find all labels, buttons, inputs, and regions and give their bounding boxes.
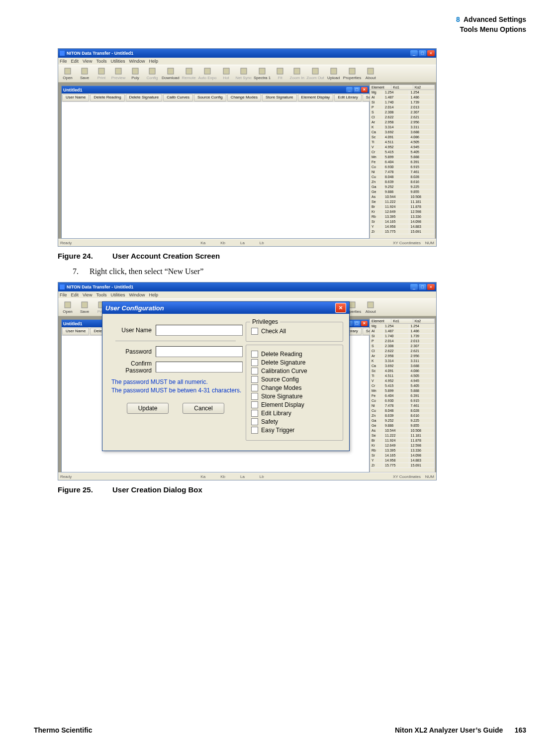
- element-row[interactable]: Ti4.5114.505: [370, 140, 435, 145]
- col-user-name[interactable]: User Name: [62, 328, 89, 335]
- app-titlebar[interactable]: NITON Data Transfer - Untitled1 _□×: [58, 49, 436, 58]
- menu-window[interactable]: Window: [129, 59, 145, 64]
- element-row[interactable]: Rb13.39513.336: [370, 214, 435, 219]
- element-row[interactable]: Ge9.8869.855: [370, 189, 435, 194]
- column-bar[interactable]: User NameDelete ReadingDelete SignatureC…: [62, 94, 369, 102]
- menu-help[interactable]: Help: [149, 292, 158, 297]
- doc-close[interactable]: ×: [361, 87, 368, 93]
- col-source-config[interactable]: Source Config: [194, 94, 226, 101]
- side-hdr[interactable]: Element: [370, 85, 391, 90]
- element-row[interactable]: Ni7.4787.461: [370, 170, 435, 175]
- priv-safety[interactable]: Safety: [251, 418, 338, 425]
- menu-utilities[interactable]: Utilities: [110, 292, 125, 297]
- element-row[interactable]: Y14.95814.883: [370, 458, 435, 463]
- element-row[interactable]: Ga9.2529.225: [370, 418, 435, 423]
- element-row[interactable]: Co6.9306.915: [370, 398, 435, 403]
- priv-easy-trigger[interactable]: Easy Trigger: [251, 427, 338, 434]
- menu-bar[interactable]: FileEditViewToolsUtilitiesWindowHelp: [58, 291, 436, 298]
- priv-element-display[interactable]: Element Display: [251, 401, 338, 408]
- toolbar[interactable]: OpenSavePrintPreviewPolyConfigDownloadRe…: [58, 65, 436, 83]
- element-row[interactable]: P2.0142.013: [370, 339, 435, 344]
- element-row[interactable]: Ca3.6923.688: [370, 364, 435, 369]
- password-input[interactable]: [156, 346, 243, 357]
- side-hdr[interactable]: Kα1: [391, 319, 413, 323]
- menu-edit[interactable]: Edit: [71, 59, 79, 64]
- priv-edit-library[interactable]: Edit Library: [251, 410, 338, 417]
- maximize-button[interactable]: □: [419, 284, 426, 290]
- element-row[interactable]: Cu8.0488.028: [370, 408, 435, 413]
- tb-spectra-1[interactable]: Spectra 1: [254, 67, 271, 80]
- element-row[interactable]: Zr15.77515.691: [370, 229, 435, 234]
- doc-close[interactable]: ×: [361, 321, 368, 326]
- username-input[interactable]: [156, 325, 243, 336]
- element-row[interactable]: Cr5.4155.405: [370, 383, 435, 388]
- tb-open[interactable]: Open: [60, 301, 75, 314]
- side-hdr[interactable]: Element: [370, 319, 391, 323]
- dialog-titlebar[interactable]: User Configuration ×: [102, 302, 349, 314]
- tb-about[interactable]: About: [363, 301, 378, 314]
- menu-window[interactable]: Window: [129, 292, 145, 297]
- app-titlebar-2[interactable]: NITON Data Transfer - Untitled1 _□×: [58, 282, 436, 291]
- element-row[interactable]: As10.54410.508: [370, 428, 435, 433]
- minimize-button[interactable]: _: [410, 50, 418, 56]
- element-row[interactable]: Zr15.77515.691: [370, 463, 435, 468]
- element-row[interactable]: K3.3143.311: [370, 359, 435, 364]
- element-row[interactable]: Ar2.9582.956: [370, 120, 435, 125]
- element-row[interactable]: Kr12.64912.598: [370, 443, 435, 448]
- element-row[interactable]: Zn8.6398.616: [370, 413, 435, 418]
- element-row[interactable]: Si1.7401.739: [370, 334, 435, 339]
- element-row[interactable]: V4.9524.945: [370, 378, 435, 383]
- dialog-close-button[interactable]: ×: [335, 303, 346, 313]
- priv-delete-signature[interactable]: Delete Signature: [251, 359, 338, 366]
- doc-maximize[interactable]: □: [354, 321, 360, 326]
- element-row[interactable]: Br11.92411.878: [370, 204, 435, 209]
- priv-source-config[interactable]: Source Config: [251, 376, 338, 383]
- menu-view[interactable]: View: [83, 59, 92, 64]
- col-delete-signature[interactable]: Delete Signature: [126, 94, 163, 101]
- col-user-name[interactable]: User Name: [62, 94, 89, 101]
- checkall-checkbox[interactable]: Check All: [251, 328, 338, 335]
- element-row[interactable]: Sr14.16514.098: [370, 453, 435, 458]
- doc-maximize[interactable]: □: [354, 87, 360, 93]
- element-row[interactable]: Mn5.8995.888: [370, 388, 435, 393]
- element-row[interactable]: Cr5.4155.405: [370, 150, 435, 155]
- side-hdr[interactable]: Kα2: [413, 319, 435, 323]
- menu-file[interactable]: File: [60, 59, 67, 64]
- tb-save[interactable]: Save: [77, 301, 92, 314]
- side-hdr[interactable]: Kα2: [413, 85, 435, 90]
- maximize-button[interactable]: □: [419, 50, 426, 56]
- element-row[interactable]: Cl2.6222.621: [370, 115, 435, 120]
- element-row[interactable]: Ca3.6923.688: [370, 130, 435, 135]
- menu-file[interactable]: File: [60, 292, 67, 297]
- element-row[interactable]: Zn8.6398.616: [370, 180, 435, 185]
- element-row[interactable]: Ga9.2529.225: [370, 185, 435, 189]
- element-row[interactable]: Mg1.2541.254: [370, 324, 435, 329]
- menu-edit[interactable]: Edit: [71, 292, 79, 297]
- tb-download[interactable]: Download: [162, 67, 180, 80]
- close-button[interactable]: ×: [427, 284, 435, 290]
- element-row[interactable]: Si1.7401.739: [370, 100, 435, 105]
- tb-poly[interactable]: Poly: [128, 67, 143, 80]
- priv-store-signature[interactable]: Store Signature: [251, 393, 338, 400]
- col-change-modes[interactable]: Change Modes: [227, 94, 261, 101]
- element-row[interactable]: Fe6.4046.391: [370, 393, 435, 398]
- element-row[interactable]: Fe6.4046.391: [370, 160, 435, 165]
- menu-help[interactable]: Help: [149, 59, 158, 64]
- priv-change-modes[interactable]: Change Modes: [251, 384, 338, 391]
- update-button[interactable]: Update: [127, 403, 169, 414]
- menu-view[interactable]: View: [83, 292, 92, 297]
- element-row[interactable]: Al1.4871.486: [370, 329, 435, 334]
- element-row[interactable]: P2.0142.013: [370, 105, 435, 110]
- element-row[interactable]: V4.9524.945: [370, 145, 435, 150]
- menu-utilities[interactable]: Utilities: [110, 59, 125, 64]
- element-row[interactable]: Sr14.16514.098: [370, 219, 435, 224]
- menu-tools[interactable]: Tools: [96, 292, 106, 297]
- element-row[interactable]: K3.3143.311: [370, 125, 435, 130]
- element-row[interactable]: Ar2.9582.956: [370, 354, 435, 359]
- priv-delete-reading[interactable]: Delete Reading: [251, 351, 338, 358]
- minimize-button[interactable]: _: [410, 284, 418, 290]
- element-row[interactable]: Ge9.8869.855: [370, 423, 435, 428]
- element-row[interactable]: Mn5.8995.888: [370, 155, 435, 160]
- element-row[interactable]: S2.3082.307: [370, 110, 435, 115]
- menu-bar[interactable]: FileEditViewToolsUtilitiesWindowHelp: [58, 58, 436, 65]
